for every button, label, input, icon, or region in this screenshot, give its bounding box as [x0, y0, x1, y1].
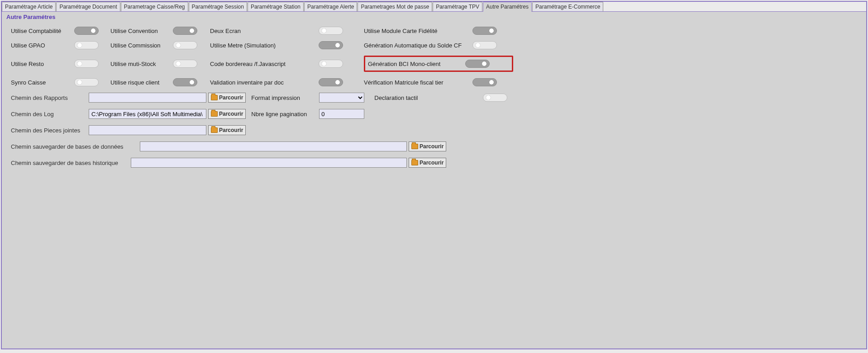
- toggle-utilise-resto[interactable]: [74, 60, 99, 68]
- tab-param-article[interactable]: Paramétrage Article: [2, 2, 56, 11]
- tab-param-ecommerce[interactable]: Paramétrage E-Commerce: [532, 2, 603, 11]
- label-utilise-convention: Utilise Convention: [110, 28, 173, 34]
- tab-param-station[interactable]: Paramétrage Station: [248, 2, 304, 11]
- tab-param-session[interactable]: Paramétrage Session: [189, 2, 247, 11]
- label-utilise-comptabilite: Utilise Comptabilité: [11, 28, 74, 34]
- label-utilise-muti-stock: Utilise muti-Stock: [110, 61, 173, 67]
- toggle-synro-caisse[interactable]: [74, 78, 99, 86]
- label-verif-matricule-fiscal: Vérification Matricule fiscal tier: [364, 79, 472, 86]
- label-utilise-commission: Utilise Commission: [110, 42, 173, 49]
- tab-param-mot-de-passe[interactable]: Parametrages Mot de passe: [358, 2, 432, 11]
- label-chemin-pieces-jointes: Chemin des Pieces jointes: [11, 127, 89, 134]
- browse-label: Parcourir: [219, 127, 243, 133]
- input-chemin-sauvegarde-historique[interactable]: [131, 158, 407, 168]
- label-utilise-metre: Utilise Metre (Simulation): [210, 42, 319, 49]
- toggle-utilise-commission[interactable]: [173, 41, 197, 49]
- toggle-utilise-muti-stock[interactable]: [173, 60, 197, 68]
- folder-icon: [411, 160, 418, 165]
- input-chemin-sauvegarde-bdd[interactable]: [140, 141, 407, 151]
- browse-rapports-button[interactable]: Parcourir: [208, 93, 246, 103]
- label-format-impression: Format impression: [251, 94, 319, 101]
- browse-pieces-jointes-button[interactable]: Parcourir: [208, 125, 246, 135]
- label-declaration-tactil: Declaration tactil: [374, 94, 483, 101]
- label-chemin-log: Chemin des Log: [11, 111, 89, 118]
- toggle-verif-matricule-fiscal[interactable]: [472, 78, 497, 86]
- section-title: Autre Paramétres: [2, 12, 866, 23]
- toggle-validation-inventaire[interactable]: [319, 78, 343, 86]
- label-deux-ecran: Deux Ecran: [210, 28, 319, 34]
- tab-autre-parametres[interactable]: Autre Paramétres: [483, 2, 532, 12]
- label-code-bordereau: Code bordereau /f.Javascript: [210, 61, 319, 67]
- label-nbre-ligne-pagination: Nbre ligne pagination: [251, 111, 319, 118]
- browse-sauvegarde-bdd-button[interactable]: Parcourir: [409, 141, 446, 151]
- label-gen-auto-solde-cf: Génération Automatique du Solde CF: [364, 42, 472, 49]
- toggle-utilise-metre[interactable]: [319, 41, 343, 49]
- toggle-gen-auto-solde-cf[interactable]: [472, 41, 497, 49]
- select-format-impression[interactable]: [319, 93, 364, 103]
- input-chemin-log[interactable]: [89, 109, 206, 119]
- toggle-deux-ecran[interactable]: [319, 27, 343, 35]
- tab-param-tpv[interactable]: Paramétrage TPV: [433, 2, 482, 11]
- browse-sauvegarde-historique-button[interactable]: Parcourir: [409, 158, 446, 168]
- label-utilise-resto: Utilise Resto: [11, 61, 74, 67]
- browse-label: Parcourir: [420, 160, 444, 166]
- toggle-declaration-tactil[interactable]: [483, 94, 507, 102]
- input-chemin-rapports[interactable]: [89, 93, 206, 103]
- toggle-module-carte-fidelite[interactable]: [472, 27, 497, 35]
- label-synro-caisse: Synro Caisse: [11, 79, 74, 86]
- toggle-code-bordereau[interactable]: [319, 60, 343, 68]
- highlight-gen-bci: Génération BCI Mono-client: [364, 56, 513, 72]
- browse-log-button[interactable]: Parcourir: [208, 109, 246, 119]
- content-panel: Utilise Comptabilité Utilise Convention …: [2, 23, 866, 348]
- label-chemin-sauvegarde-historique: Chemin sauvegarder de bases historique: [11, 160, 131, 166]
- toggle-utilise-comptabilite[interactable]: [74, 27, 99, 35]
- browse-label: Parcourir: [219, 111, 243, 117]
- browse-label: Parcourir: [219, 94, 243, 101]
- label-utilise-gpao: Utilise GPAO: [11, 42, 74, 49]
- label-utilise-risque-client: Utilise risque client: [110, 79, 173, 86]
- label-module-carte-fidelite: Utilise Module Carte Fidélité: [364, 28, 472, 34]
- toggle-utilise-risque-client[interactable]: [173, 78, 197, 86]
- tab-bar: Paramétrage Article Paramétrage Document…: [2, 2, 866, 12]
- toggle-utilise-convention[interactable]: [173, 27, 197, 35]
- toggle-utilise-gpao[interactable]: [74, 41, 99, 49]
- label-chemin-rapports: Chemin des Rapports: [11, 94, 89, 101]
- folder-icon: [411, 144, 418, 149]
- input-chemin-pieces-jointes[interactable]: [89, 125, 206, 135]
- label-validation-inventaire: Validation inventaire par doc: [210, 79, 319, 86]
- folder-icon: [211, 95, 218, 100]
- tab-param-caisse-reg[interactable]: Parametrage Caisse/Reg: [121, 2, 188, 11]
- toggle-gen-bci-mono-client[interactable]: [465, 60, 490, 68]
- browse-label: Parcourir: [420, 143, 444, 150]
- tab-param-alerte[interactable]: Paramétrage Alerte: [304, 2, 357, 11]
- label-gen-bci-mono-client: Génération BCI Mono-client: [368, 61, 465, 67]
- folder-icon: [211, 127, 218, 133]
- input-nbre-ligne-pagination[interactable]: [319, 109, 364, 119]
- label-chemin-sauvegarde-bdd: Chemin sauvegarder de bases de données: [11, 143, 140, 150]
- tab-param-document[interactable]: Paramétrage Document: [56, 2, 120, 11]
- folder-icon: [211, 111, 218, 117]
